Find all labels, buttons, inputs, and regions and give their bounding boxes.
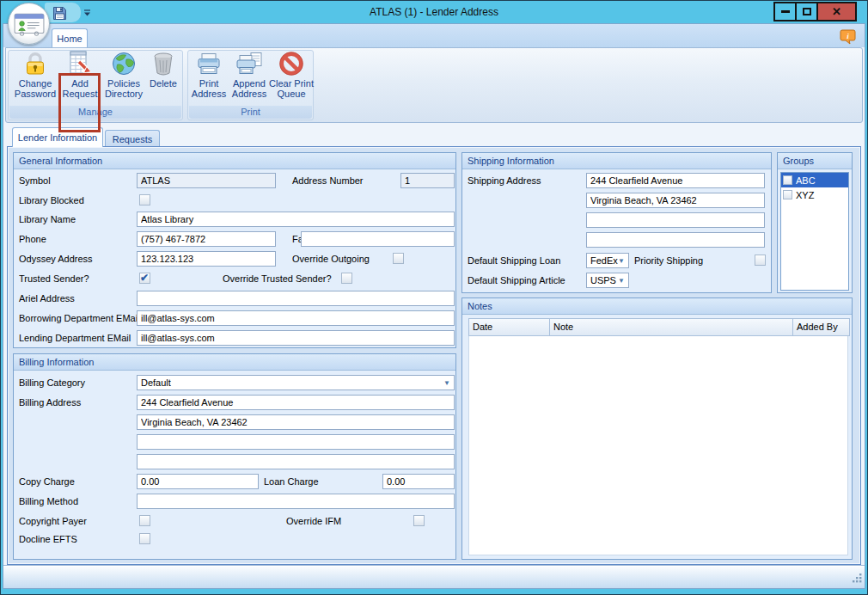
docline-efts-checkbox[interactable]	[139, 533, 150, 544]
close-icon: ✕	[832, 6, 841, 17]
save-button[interactable]	[50, 4, 69, 21]
close-button[interactable]: ✕	[816, 2, 857, 21]
append-address-button[interactable]: Append Address	[228, 50, 271, 105]
borrowing-email-field[interactable]	[137, 310, 455, 326]
override-ifm-label: Override IFM	[286, 513, 341, 529]
trash-icon	[153, 50, 174, 76]
shipping-address-line2[interactable]	[586, 193, 765, 208]
print-address-button[interactable]: Print Address	[190, 50, 228, 105]
change-password-button[interactable]: Change Password	[11, 50, 59, 105]
copyright-payer-label: Copyright Payer	[19, 513, 87, 529]
group-item-abc[interactable]: ABC	[781, 173, 848, 187]
group-abc-checkbox[interactable]	[783, 175, 792, 185]
maximize-button[interactable]	[795, 2, 818, 21]
library-name-field[interactable]	[137, 212, 455, 227]
app-menu-button[interactable]	[8, 3, 50, 45]
override-trusted-sender-checkbox[interactable]	[341, 273, 352, 284]
clear-print-queue-button[interactable]: Clear Print Queue	[268, 50, 315, 105]
policies-directory-button[interactable]: Policies Directory	[102, 50, 145, 105]
minimize-button[interactable]	[773, 2, 797, 21]
billing-address-line1[interactable]	[137, 395, 455, 410]
copyright-payer-checkbox[interactable]	[139, 515, 150, 526]
odyssey-address-field[interactable]	[137, 251, 276, 267]
library-blocked-checkbox[interactable]	[139, 194, 150, 205]
billing-address-line2[interactable]	[137, 414, 455, 430]
window-title: ATLAS (1) - Lender Address	[0, 6, 868, 18]
library-name-label: Library Name	[19, 212, 76, 227]
borrowing-email-label: Borrowing Department EMail	[19, 310, 140, 326]
groups-panel: Groups ABC XYZ	[777, 152, 853, 293]
status-bar	[3, 565, 865, 588]
fax-field[interactable]	[301, 231, 455, 247]
address-number-field[interactable]	[400, 173, 455, 188]
ribbon: Manage Print Change Password	[5, 47, 863, 123]
odyssey-address-label: Odyssey Address	[19, 251, 93, 267]
lending-email-field[interactable]	[137, 330, 455, 346]
chevron-down-icon	[83, 9, 91, 17]
add-request-highlight	[58, 73, 101, 132]
printer-icon	[197, 50, 221, 76]
lending-email-label: Lending Department EMail	[19, 330, 131, 346]
phone-field[interactable]	[137, 231, 276, 247]
shipping-address-line3[interactable]	[586, 212, 765, 228]
billing-address-line4[interactable]	[137, 454, 455, 469]
address-number-label: Address Number	[292, 173, 364, 188]
delete-button[interactable]: Delete	[145, 50, 181, 105]
groups-header: Groups	[778, 153, 852, 169]
help-button[interactable]: i	[839, 29, 858, 45]
default-shipping-loan-label: Default Shipping Loan	[468, 253, 560, 268]
quick-access-menu-button[interactable]	[83, 8, 91, 20]
ribbon-tab-strip: Home i	[3, 24, 865, 47]
symbol-field[interactable]	[137, 173, 276, 188]
notes-column-note[interactable]: Note	[549, 318, 793, 336]
default-shipping-article-dropdown[interactable]: USPS ▼	[586, 273, 629, 288]
application-window: ATLAS (1) - Lender Address ✕	[0, 0, 868, 595]
ribbon-tab-home[interactable]: Home	[52, 28, 88, 47]
copy-charge-field[interactable]	[137, 474, 259, 489]
billing-category-value: Default	[141, 377, 171, 388]
trusted-sender-checkbox[interactable]	[139, 273, 150, 284]
billing-address-line3[interactable]	[137, 434, 455, 450]
resize-grip-icon	[852, 573, 862, 583]
minimize-icon	[781, 10, 790, 13]
ariel-address-label: Ariel Address	[19, 291, 75, 306]
group-item-xyz[interactable]: XYZ	[781, 187, 848, 202]
notes-header: Notes	[462, 298, 852, 315]
shipping-address-label: Shipping Address	[468, 173, 541, 188]
floppy-disk-icon	[52, 6, 67, 21]
shipping-address-line1[interactable]	[586, 173, 765, 188]
group-xyz-checkbox[interactable]	[783, 190, 792, 199]
priority-shipping-checkbox[interactable]	[755, 255, 766, 266]
ariel-address-field[interactable]	[137, 291, 455, 306]
resize-grip[interactable]	[852, 573, 862, 586]
notes-table-body[interactable]	[468, 336, 848, 555]
shipping-information-panel: Shipping Information Shipping Address De…	[462, 152, 772, 293]
billing-information-panel: Billing Information Billing Category Def…	[13, 353, 456, 560]
tab-requests[interactable]: Requests	[105, 130, 160, 147]
titlebar[interactable]: ATLAS (1) - Lender Address ✕	[0, 0, 868, 24]
loan-charge-field[interactable]	[382, 474, 455, 489]
override-outgoing-checkbox[interactable]	[393, 253, 404, 264]
append-address-label: Append Address	[228, 78, 271, 99]
billing-method-field[interactable]	[137, 494, 455, 509]
policies-directory-label: Policies Directory	[102, 78, 145, 99]
contact-card-icon	[14, 11, 45, 37]
symbol-label: Symbol	[19, 173, 51, 188]
default-shipping-loan-dropdown[interactable]: FedEx ▼	[586, 253, 629, 268]
override-ifm-checkbox[interactable]	[413, 515, 425, 526]
docline-efts-label: Docline EFTS	[19, 531, 77, 547]
billing-category-dropdown[interactable]: Default ▼	[137, 375, 455, 390]
dropdown-arrow-icon: ▼	[443, 379, 450, 387]
printer-document-icon	[236, 50, 262, 76]
priority-shipping-label: Priority Shipping	[634, 253, 703, 268]
group-abc-label: ABC	[796, 175, 816, 186]
notes-column-added-by[interactable]: Added By	[792, 318, 850, 336]
dropdown-arrow-icon: ▼	[618, 277, 625, 285]
groups-listbox[interactable]: ABC XYZ	[780, 172, 849, 291]
trusted-sender-label: Trusted Sender?	[19, 271, 89, 286]
shipping-address-line4[interactable]	[586, 232, 765, 248]
delete-label: Delete	[150, 78, 177, 89]
billing-address-label: Billing Address	[19, 395, 81, 410]
notes-column-date[interactable]: Date	[468, 318, 550, 336]
clear-print-queue-label: Clear Print Queue	[268, 78, 315, 99]
